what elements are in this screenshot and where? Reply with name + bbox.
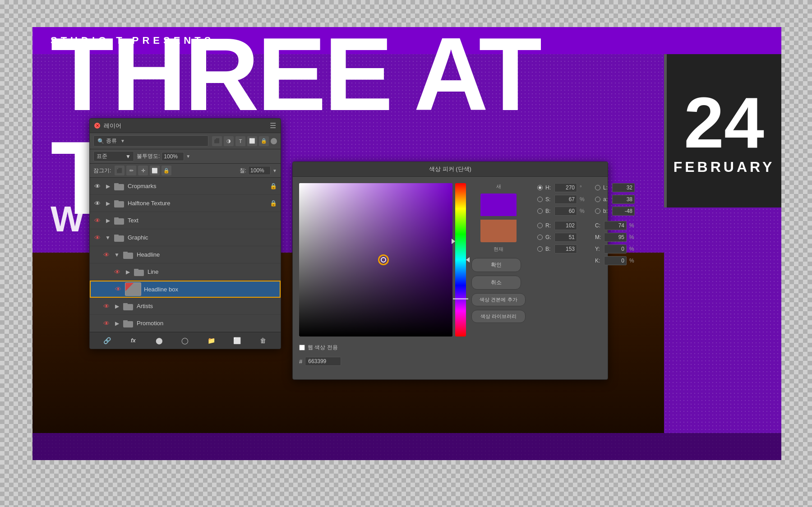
- y-label: Y:: [595, 246, 601, 252]
- expand-artists[interactable]: ▶: [113, 303, 120, 309]
- h-radio[interactable]: [537, 185, 543, 190]
- g-radio[interactable]: [537, 235, 543, 240]
- hue-arrow-right: [466, 257, 470, 263]
- m-input[interactable]: [604, 233, 627, 242]
- s-input[interactable]: [554, 195, 577, 204]
- b-radio[interactable]: [537, 208, 543, 214]
- a-radio[interactable]: [595, 197, 600, 202]
- layer-item-text[interactable]: 👁 ▶ Text: [90, 212, 281, 229]
- svg-rect-3: [114, 200, 119, 203]
- filter-pixel-icon[interactable]: ⬛: [212, 136, 222, 146]
- expand-cropmarks[interactable]: ▶: [104, 183, 111, 189]
- eye-icon-headline-box[interactable]: 👁: [114, 286, 122, 293]
- library-button[interactable]: 색상 라이브러리: [471, 310, 526, 323]
- hex-input[interactable]: [305, 357, 341, 366]
- layer-item-graphic[interactable]: 👁 ▼ Graphic: [90, 229, 281, 246]
- web-only-checkbox-label[interactable]: 웹 색상 전용: [299, 344, 338, 351]
- web-only-checkbox[interactable]: [299, 345, 305, 350]
- blue-input[interactable]: [554, 244, 577, 254]
- panel-close-button[interactable]: ✕: [94, 123, 100, 129]
- poster-date-month: FEBRUARY: [674, 159, 775, 175]
- layers-blend-toolbar: 표준 ▼ 불투명도: 100% ▼: [90, 149, 281, 164]
- mask-action-icon[interactable]: ⬤: [153, 335, 165, 346]
- copy-action-icon[interactable]: ⬜: [231, 335, 243, 346]
- expand-promotion[interactable]: ▶: [113, 320, 120, 327]
- layer-name-headline-box: Headline box: [144, 286, 276, 293]
- lock-all-btn[interactable]: 🔒: [161, 166, 171, 175]
- expand-halftone[interactable]: ▶: [104, 200, 111, 207]
- lock-artboard-btn[interactable]: ⬜: [150, 166, 160, 175]
- y-value-row: Y: %: [595, 244, 636, 254]
- lock-pixels-btn[interactable]: ⬛: [115, 166, 125, 175]
- lock-move-btn[interactable]: ✛: [138, 166, 148, 175]
- folder-icon-graphic: [114, 233, 125, 242]
- b2-radio[interactable]: [595, 208, 600, 214]
- layer-item-headline-box[interactable]: 👁 Headline box: [90, 281, 281, 298]
- layers-menu-icon[interactable]: ☰: [270, 121, 276, 130]
- c-input[interactable]: [604, 221, 627, 230]
- delete-action-icon[interactable]: 🗑: [257, 335, 269, 346]
- a-input[interactable]: [612, 195, 635, 204]
- fx-action-icon[interactable]: fx: [127, 335, 139, 346]
- blue-radio[interactable]: [537, 246, 543, 252]
- eye-icon-graphic[interactable]: 👁: [93, 234, 102, 241]
- filter-smart-icon[interactable]: 🔒: [259, 136, 269, 146]
- eye-icon-cropmarks[interactable]: 👁: [93, 183, 102, 190]
- color-values: H: ° S: % B: %: [531, 183, 642, 366]
- b2-value-row: b:: [595, 207, 636, 216]
- folder-icon-artists: [123, 302, 134, 311]
- h-input[interactable]: [554, 183, 577, 192]
- layer-item-line[interactable]: 👁 ▶ Line: [90, 263, 281, 281]
- cancel-button[interactable]: 취소: [471, 276, 521, 290]
- folder-icon-headline: [123, 250, 134, 259]
- lock-paint-btn[interactable]: ✏: [126, 166, 136, 175]
- layer-item-promotion[interactable]: 👁 ▶ Promotion: [90, 315, 281, 332]
- expand-text[interactable]: ▶: [104, 217, 111, 224]
- r-input[interactable]: [554, 221, 577, 230]
- b-input[interactable]: [554, 207, 577, 216]
- l-radio[interactable]: [595, 185, 600, 190]
- y-input[interactable]: [604, 244, 627, 254]
- eye-icon-headline[interactable]: 👁: [102, 251, 111, 258]
- eye-icon-line[interactable]: 👁: [113, 268, 121, 276]
- filter-toggle[interactable]: [271, 138, 277, 144]
- circle-action-icon[interactable]: ◯: [179, 335, 191, 346]
- color-picker-buttons: 확인 취소 색상 견본에 추가 색상 라이브러리: [471, 258, 526, 323]
- eye-icon-text[interactable]: 👁: [93, 217, 102, 224]
- layer-item-artists[interactable]: 👁 ▶ Artists: [90, 298, 281, 315]
- filter-shape-icon[interactable]: ⬜: [247, 136, 257, 146]
- new-color-label: 새: [496, 183, 501, 190]
- folder-action-icon[interactable]: 📁: [205, 335, 217, 346]
- add-swatch-button[interactable]: 색상 견본에 추가: [471, 293, 526, 306]
- expand-headline[interactable]: ▼: [113, 252, 120, 258]
- expand-line[interactable]: ▶: [124, 269, 131, 275]
- k-input[interactable]: [604, 256, 627, 265]
- confirm-button[interactable]: 확인: [471, 258, 521, 272]
- poster-bottom-bar: [32, 433, 781, 460]
- color-gradient-field[interactable]: [299, 183, 452, 336]
- link-action-icon[interactable]: 🔗: [102, 335, 113, 346]
- color-picker-title: 색상 피커 (단색): [293, 162, 608, 177]
- expand-graphic[interactable]: ▼: [104, 235, 111, 241]
- eye-icon-promotion[interactable]: 👁: [102, 320, 111, 327]
- filter-adjust-icon[interactable]: ◑: [224, 136, 234, 146]
- l-input[interactable]: [612, 183, 635, 192]
- r-label: R:: [545, 222, 552, 229]
- b2-input[interactable]: [612, 207, 635, 216]
- layers-list: 👁 ▶ Cropmarks 🔒 👁 ▶ Halftone Texture 🔒: [90, 178, 281, 332]
- fill-input[interactable]: 100%: [248, 166, 271, 175]
- s-radio[interactable]: [537, 197, 543, 202]
- eye-icon-halftone[interactable]: 👁: [93, 200, 102, 207]
- filter-text-icon[interactable]: T: [235, 136, 245, 146]
- hue-slider[interactable]: [455, 183, 466, 336]
- layer-item-cropmarks[interactable]: 👁 ▶ Cropmarks 🔒: [90, 178, 281, 195]
- layer-item-halftone[interactable]: 👁 ▶ Halftone Texture 🔒: [90, 195, 281, 212]
- blend-mode-select[interactable]: 표준 ▼: [93, 151, 134, 161]
- layer-item-headline[interactable]: 👁 ▼ Headline: [90, 246, 281, 263]
- layers-search-box[interactable]: 🔍 종류 ▼: [93, 135, 208, 147]
- eye-icon-artists[interactable]: 👁: [102, 303, 111, 310]
- opacity-input[interactable]: 100%: [161, 152, 184, 161]
- g-input[interactable]: [554, 233, 577, 242]
- fill-control: 칠: 100% ▼: [240, 166, 277, 175]
- r-radio[interactable]: [537, 223, 543, 228]
